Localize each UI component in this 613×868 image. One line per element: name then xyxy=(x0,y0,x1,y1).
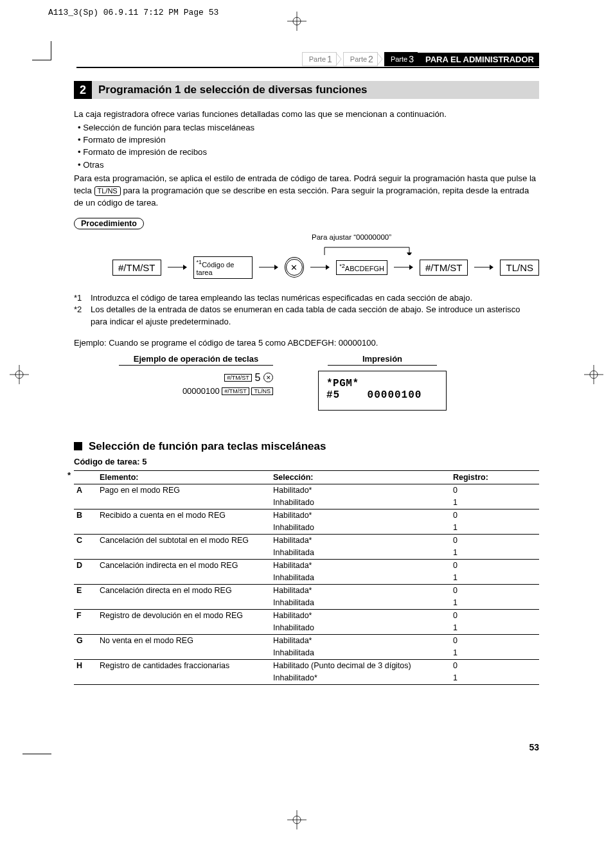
print-column: Impresión *PGM* #5 00000100 xyxy=(318,354,447,411)
table-row: FRegistro de devolución en el modo REGHa… xyxy=(74,609,539,622)
section-title-bar: Programación 1 de selección de diversas … xyxy=(92,81,539,99)
intro-line: La caja registradora ofrece varias funci… xyxy=(74,108,539,120)
cell-letter: D xyxy=(74,559,97,572)
cell-letter: E xyxy=(74,584,97,597)
cell-seleccion: Inhabilitada xyxy=(271,572,450,585)
cell-seleccion: Inhabilitado xyxy=(271,522,450,535)
breadcrumb-part2: Parte2 xyxy=(343,52,378,66)
th-registro: Registro: xyxy=(450,470,539,484)
intro-paragraph: Para esta programación, se aplica el est… xyxy=(74,172,539,209)
th-seleccion: Selección: xyxy=(271,470,450,484)
cell-letter xyxy=(74,572,97,585)
key-tmst: #/TM/ST xyxy=(222,387,249,395)
bullet-item: • Selección de función para teclas misce… xyxy=(78,121,539,134)
cell-registro: 0 xyxy=(450,559,539,572)
cell-letter: C xyxy=(74,534,97,547)
cell-registro: 1 xyxy=(450,547,539,560)
cell-elemento xyxy=(97,597,271,610)
cell-seleccion: Habilitado* xyxy=(271,609,450,622)
table-row: APago en el modo REGHabilitado*0 xyxy=(74,484,539,497)
multiply-icon: ✕ xyxy=(286,259,303,276)
cell-letter xyxy=(74,497,97,509)
cell-seleccion: Inhabilitado xyxy=(271,622,450,635)
svg-marker-14 xyxy=(183,265,187,270)
key-digits: 00000100 xyxy=(182,386,220,396)
table-row: Inhabilitada1 xyxy=(74,572,539,585)
arrow-icon xyxy=(310,264,330,270)
cell-registro: 0 xyxy=(450,609,539,622)
example-line: Ejemplo: Cuando se programe el código de… xyxy=(74,338,539,348)
cell-registro: 0 xyxy=(450,534,539,547)
page-number: 53 xyxy=(529,742,539,752)
print-line: *PGM* xyxy=(326,378,438,389)
breadcrumb-underline xyxy=(76,67,539,68)
arrow-icon xyxy=(474,264,493,270)
cell-letter xyxy=(74,672,97,685)
arrow-icon xyxy=(168,264,187,270)
table-row: Inhabilitada1 xyxy=(74,597,539,610)
cell-registro: 1 xyxy=(450,597,539,610)
table-row: Inhabilitada1 xyxy=(74,547,539,560)
cell-elemento xyxy=(97,497,271,509)
multiply-icon: ✕ xyxy=(263,373,273,382)
print-output: *PGM* #5 00000100 xyxy=(318,371,447,411)
cell-letter: G xyxy=(74,634,97,647)
cell-registro: 0 xyxy=(450,484,539,497)
flow-abcdefgh: *2ABCDEFGH xyxy=(336,260,387,275)
cell-registro: 1 xyxy=(450,497,539,509)
subsection-header: Selección de función para teclas miscelá… xyxy=(74,440,539,453)
cell-letter xyxy=(74,622,97,635)
footnote-text: Introduzca el código de tarea empleando … xyxy=(91,292,472,304)
cell-seleccion: Inhabilitada xyxy=(271,547,450,560)
print-line: #5 00000100 xyxy=(326,389,438,401)
cell-seleccion: Habilitada* xyxy=(271,584,450,597)
settings-table-wrap: * Elemento: Selección: Registro: APago e… xyxy=(74,470,539,685)
cell-registro: 0 xyxy=(450,634,539,647)
table-row: HRegistro de cantidades fraccionariasHab… xyxy=(74,659,539,672)
cell-elemento: Cancelación indirecta en el modo REG xyxy=(97,559,271,572)
cell-letter: H xyxy=(74,659,97,672)
flow-loop-arrow-icon xyxy=(319,242,414,255)
page: A113_3(Sp) 06.9.11 7:12 PM Page 53 Parte… xyxy=(0,0,613,868)
table-row: CCancelación del subtotal en el modo REG… xyxy=(74,534,539,547)
cell-registro: 1 xyxy=(450,647,539,660)
cell-letter xyxy=(74,547,97,560)
cell-elemento: Cancelación del subtotal en el modo REG xyxy=(97,534,271,547)
registration-mark-bottom-icon xyxy=(287,810,306,829)
crop-mark-icon xyxy=(32,41,51,60)
table-row: Inhabilitado1 xyxy=(74,622,539,635)
square-bullet-icon xyxy=(74,442,82,450)
cell-elemento: Cancelación directa en el modo REG xyxy=(97,584,271,597)
section-number: 2 xyxy=(74,81,92,99)
job-code-line: Código de tarea: 5 xyxy=(74,457,539,466)
cell-elemento xyxy=(97,647,271,660)
cell-letter xyxy=(74,597,97,610)
cell-seleccion: Inhabilitado* xyxy=(271,672,450,685)
table-row: GNo venta en el modo REGHabilitada*0 xyxy=(74,634,539,647)
example-columns: Ejemplo de operación de teclas #/TM/ST 5… xyxy=(74,354,539,411)
breadcrumb-num: 3 xyxy=(409,54,414,64)
content-area: 2 Programación 1 de selección de diversa… xyxy=(74,77,539,685)
breadcrumb-num: 1 xyxy=(327,54,332,64)
th-elemento: Elemento: xyxy=(97,470,271,484)
flow-multiply-key: ✕ xyxy=(285,257,304,278)
table-row: Inhabilitado1 xyxy=(74,497,539,509)
svg-marker-20 xyxy=(409,265,413,270)
flow-key-tmst: #/TM/ST xyxy=(420,260,468,276)
cell-letter: F xyxy=(74,609,97,622)
cell-registro: 0 xyxy=(450,509,539,522)
cell-seleccion: Inhabilitada xyxy=(271,647,450,660)
cell-seleccion: Inhabilitada xyxy=(271,597,450,610)
breadcrumb-part3: Parte3 xyxy=(384,52,418,66)
cell-elemento xyxy=(97,572,271,585)
cell-seleccion: Habilitada* xyxy=(271,534,450,547)
table-row: Inhabilitada1 xyxy=(74,647,539,660)
cell-elemento: Registro de devolución en el modo REG xyxy=(97,609,271,622)
registration-mark-top-icon xyxy=(287,12,306,31)
flow-jobcode: *1Código de tarea xyxy=(193,256,253,279)
cell-elemento xyxy=(97,547,271,560)
key-tmst: #/TM/ST xyxy=(224,374,252,382)
footnote-label: *1 xyxy=(74,292,91,304)
breadcrumb-label: Parte xyxy=(391,55,407,63)
breadcrumb-label: Parte xyxy=(350,55,367,63)
